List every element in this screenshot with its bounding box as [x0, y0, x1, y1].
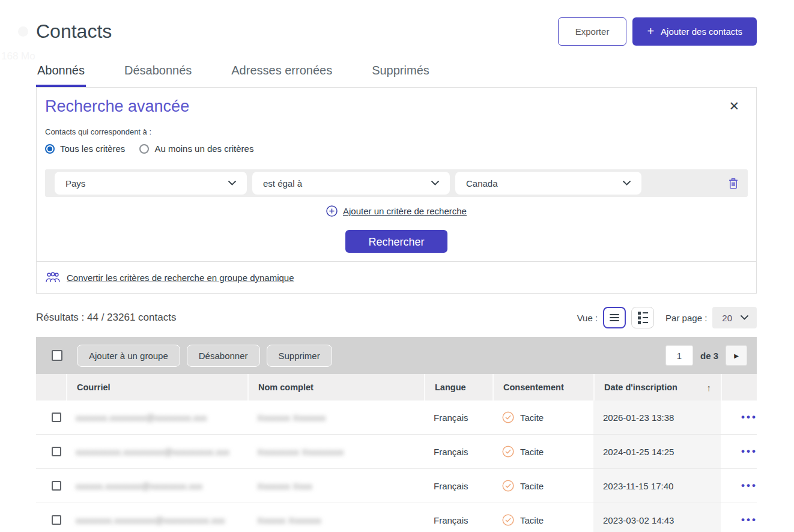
unsubscribe-button[interactable]: Désabonner	[187, 345, 260, 367]
chevron-down-icon	[741, 315, 748, 320]
radio-selected-icon	[45, 144, 55, 154]
add-contacts-label: Ajouter des contacts	[661, 26, 742, 37]
results-summary: Résultats : 44 / 23261 contacts	[36, 312, 176, 324]
add-to-group-button[interactable]: Ajouter à un groupe	[77, 345, 180, 367]
chevron-down-icon	[623, 181, 631, 186]
tab-abonnes[interactable]: Abonnés	[36, 64, 86, 87]
radio-any-label: Au moins un des critères	[154, 143, 253, 155]
header-actions-cell	[721, 374, 757, 401]
column-header-name[interactable]: Nom complet	[247, 374, 424, 401]
language-cell: Français	[424, 469, 492, 503]
per-page-label: Par page :	[665, 313, 707, 323]
add-criteria-label: Ajouter un critère de recherche	[343, 206, 467, 217]
consent-label: Tacite	[520, 515, 544, 525]
close-icon[interactable]: ✕	[729, 100, 739, 112]
signup-date-label: Date d'inscription	[604, 382, 677, 392]
add-criteria-link[interactable]: Ajouter un critère de recherche	[326, 205, 467, 217]
consent-check-icon	[502, 446, 514, 458]
page-count-label: de 3	[700, 351, 718, 361]
email-redacted: xxxxxxxxxx.xxxxxxxxx@xxxxxxxxx.xxx	[76, 447, 229, 457]
criteria-value: Canada	[466, 178, 498, 189]
tab-adresses-erronees[interactable]: Adresses erronées	[230, 64, 333, 87]
next-page-button[interactable]: ▶	[726, 345, 747, 366]
email-redacted: xxxxxxx.xxxxxxxx@xxxxxxxx.xxx	[76, 413, 207, 423]
per-page-select[interactable]: 20	[712, 307, 757, 328]
consent-check-icon	[502, 411, 514, 423]
convert-to-dynamic-group-link[interactable]: Convertir les critères de recherche en g…	[67, 273, 294, 283]
criteria-value-select[interactable]: Canada	[455, 172, 641, 195]
consent-label: Tacite	[520, 447, 544, 457]
radio-any-criteria[interactable]: Au moins un des critères	[139, 143, 253, 155]
advanced-search-title: Recherche avancée	[45, 96, 748, 116]
column-header-consent[interactable]: Consentement	[492, 374, 593, 401]
radio-all-label: Tous les critères	[60, 143, 125, 155]
row-actions-menu[interactable]: •••	[730, 514, 757, 526]
signup-date-cell: 2024-01-25 14:25	[593, 435, 721, 468]
results-controls: Vue : Par page : 20	[577, 307, 757, 328]
column-header-language[interactable]: Langue	[424, 374, 492, 401]
header-actions: Exporter + Ajouter des contacts	[558, 17, 757, 46]
table-row: xxxxxx.xxxxxxxx@xxxxxxxx.xxx Xxxxxxx Xxx…	[36, 469, 757, 503]
match-radio-group: Tous les critères Au moins un des critèr…	[45, 143, 748, 155]
header-checkbox-cell	[36, 374, 66, 401]
search-button[interactable]: Rechercher	[345, 230, 447, 253]
add-contacts-button[interactable]: + Ajouter des contacts	[632, 17, 757, 46]
table-row: xxxxxxx.xxxxxxxx@xxxxxxxx.xxx Xxxxxxx Xx…	[36, 401, 757, 435]
export-button[interactable]: Exporter	[558, 17, 627, 46]
name-redacted: Xxxxxxxxx Xxxxxxxxx	[257, 447, 344, 457]
add-criteria-row: Ajouter un critère de recherche	[45, 205, 748, 219]
contacts-tabs: Abonnés Désabonnés Adresses erronées Sup…	[36, 64, 757, 87]
group-people-icon	[46, 272, 60, 283]
table-row: xxxxxxxxxx.xxxxxxxxx@xxxxxxxxx.xxx Xxxxx…	[36, 435, 757, 469]
list-view-button[interactable]	[603, 307, 626, 328]
delete-button[interactable]: Supprimer	[267, 345, 332, 367]
language-cell: Français	[424, 435, 492, 468]
criteria-field-select[interactable]: Pays	[55, 172, 247, 195]
list-view-icon	[610, 314, 619, 321]
table-header-row: Courriel Nom complet Langue Consentement…	[36, 374, 757, 401]
language-cell: Français	[424, 401, 492, 434]
consent-cell: Tacite	[492, 469, 593, 503]
signup-date-cell: 2026-01-23 13:38	[593, 401, 721, 434]
criteria-field-value: Pays	[65, 178, 85, 189]
table-row: xxxxxxxx.xxxxxxxxx@xxxxxxxxxx.xxx Xxxxxx…	[36, 503, 757, 532]
row-actions-menu[interactable]: •••	[730, 446, 757, 458]
page-number-input[interactable]	[665, 345, 693, 366]
consent-cell: Tacite	[492, 503, 593, 532]
consent-check-icon	[502, 514, 514, 526]
column-header-email[interactable]: Courriel	[66, 374, 247, 401]
row-checkbox[interactable]	[52, 515, 61, 525]
row-checkbox[interactable]	[52, 447, 61, 456]
chevron-down-icon	[431, 181, 439, 186]
column-header-signup-date[interactable]: Date d'inscription ↑	[593, 374, 721, 401]
radio-all-criteria[interactable]: Tous les critères	[45, 143, 125, 155]
tab-desabonnes[interactable]: Désabonnés	[123, 64, 193, 87]
contacts-table: Ajouter à un groupe Désabonner Supprimer…	[36, 337, 757, 532]
sort-ascending-icon: ↑	[707, 382, 712, 393]
view-label: Vue :	[577, 313, 598, 323]
select-all-checkbox[interactable]	[52, 350, 62, 361]
row-checkbox[interactable]	[52, 481, 61, 491]
name-redacted: Xxxxxxx Xxxx	[257, 481, 312, 491]
page-header: Contacts Exporter + Ajouter des contacts	[36, 0, 757, 48]
table-toolbar: Ajouter à un groupe Désabonner Supprimer…	[36, 337, 757, 374]
signup-date-cell: 2023-11-15 17:40	[593, 469, 721, 503]
row-checkbox[interactable]	[52, 413, 61, 422]
convert-row: Convertir les critères de recherche en g…	[37, 261, 756, 293]
chevron-down-icon	[228, 181, 236, 186]
criteria-row: Pays est égal à Canada	[45, 169, 748, 197]
trash-icon[interactable]	[729, 178, 738, 189]
pagination: de 3 ▶	[665, 345, 747, 366]
ghost-avatar	[18, 26, 28, 37]
row-actions-menu[interactable]: •••	[730, 480, 757, 492]
match-label: Contacts qui correspondent à :	[45, 127, 748, 137]
criteria-operator-select[interactable]: est égal à	[252, 172, 450, 195]
results-bar: Résultats : 44 / 23261 contacts Vue : Pa…	[36, 304, 757, 331]
tab-supprimes[interactable]: Supprimés	[371, 64, 431, 87]
circle-plus-icon	[326, 205, 338, 217]
row-actions-menu[interactable]: •••	[730, 411, 757, 423]
per-page-value: 20	[722, 313, 732, 323]
card-view-button[interactable]	[631, 307, 654, 328]
consent-cell: Tacite	[492, 435, 593, 468]
contacts-page: 168 Mo Contacts Exporter + Ajouter des c…	[0, 0, 794, 532]
